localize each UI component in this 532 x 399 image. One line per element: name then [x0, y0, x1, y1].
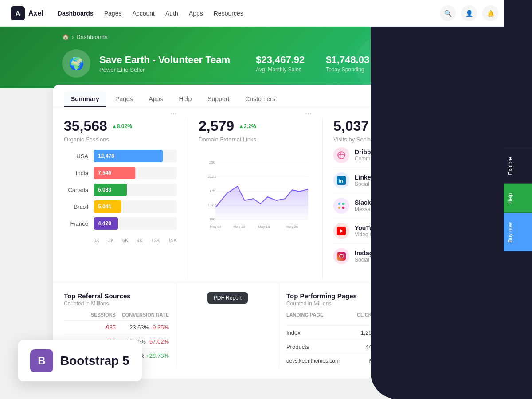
svg-text:in: in	[339, 178, 343, 184]
bar-axis: 0K 3K 6K 9K 12K 15K	[64, 234, 177, 243]
stat-organic-sessions: ··· 35,568 ▲8.02% Organic Sessions USA 1…	[64, 118, 188, 279]
top-navigation: A Axel Dashboards Pages Account Auth App…	[0, 0, 532, 27]
hero-stat-0: $23,467.92 Avg. Monthly Sales	[256, 54, 305, 73]
svg-text:212.5: 212.5	[208, 175, 217, 179]
svg-point-25	[343, 254, 344, 255]
bootstrap-label: Bootstrap 5	[60, 354, 129, 368]
nav-apps[interactable]: Apps	[189, 8, 203, 19]
more-btn-sessions[interactable]: ···	[170, 109, 177, 118]
table-row: -935 23.63% -9.35%	[64, 321, 169, 335]
tab-customers[interactable]: Customers	[238, 92, 282, 107]
monthly-sales-label: Avg. Monthly Sales	[256, 66, 305, 73]
tab-apps[interactable]: Apps	[142, 92, 170, 107]
tab-pages[interactable]: Pages	[108, 92, 140, 107]
bootstrap-icon: B	[30, 349, 53, 372]
nav-auth[interactable]: Auth	[165, 8, 178, 19]
settings-icon[interactable]: 🔔	[482, 5, 498, 21]
explore-btn[interactable]: Explore	[504, 148, 532, 184]
svg-text:May 04: May 04	[210, 225, 222, 229]
pages-subtitle: Counted in Millions	[286, 301, 357, 307]
hero-info: Save Earth - Volunteer Team Power Elite …	[99, 54, 230, 73]
instagram-icon	[333, 248, 349, 264]
hero-subtitle: Power Elite Seller	[99, 66, 230, 73]
referral-subtitle: Counted in Millions	[64, 301, 131, 307]
domain-links-number: 2,579	[199, 118, 234, 134]
logo-area[interactable]: A Axel	[11, 6, 43, 20]
social-networks-number: 5,037	[333, 118, 369, 134]
bar-row-canada: Canada 6,083	[64, 184, 177, 196]
svg-text:250: 250	[209, 160, 215, 164]
svg-text:May 18: May 18	[258, 225, 270, 229]
home-icon[interactable]: 🏠	[62, 34, 69, 40]
youtube-icon	[333, 223, 349, 239]
slack-icon	[333, 198, 349, 214]
bar-chart: USA 12,478 India 7,546 Canada 6,083	[64, 143, 177, 243]
logo-text: Axel	[28, 9, 43, 17]
organic-sessions-number: 35,568	[64, 118, 107, 134]
tab-summary[interactable]: Summary	[64, 92, 106, 107]
nav-account[interactable]: Account	[132, 8, 155, 19]
bootstrap-overlay: B Bootstrap 5	[18, 340, 142, 379]
svg-rect-23	[337, 252, 346, 261]
bar-row-india: India 7,546	[64, 167, 177, 179]
dribbble-icon	[333, 147, 349, 163]
more-btn-links[interactable]: ···	[305, 109, 312, 118]
bar-row-usa: USA 12,478	[64, 150, 177, 162]
linkedin-icon: in	[333, 172, 349, 188]
svg-text:May 26: May 26	[286, 225, 298, 229]
stat-domain-links: ··· 2,579 ▲2.2% Domain External Links 25…	[199, 118, 323, 279]
nav-links: Dashboards Pages Account Auth Apps Resou…	[58, 8, 440, 19]
domain-links-label: Domain External Links	[199, 136, 312, 143]
tab-support[interactable]: Support	[200, 92, 236, 107]
nav-resources[interactable]: Resources	[214, 8, 243, 19]
svg-rect-17	[338, 203, 340, 205]
pdf-report-button[interactable]: PDF Report	[207, 292, 248, 304]
domain-links-badge: ▲2.2%	[239, 123, 256, 129]
notifications-icon[interactable]: 👤	[461, 5, 477, 21]
organic-sessions-label: Organic Sessions	[64, 136, 177, 143]
svg-text:100: 100	[209, 217, 215, 221]
help-btn[interactable]: Help	[504, 184, 532, 213]
pdf-center-card: PDF Report	[184, 283, 279, 368]
nav-pages[interactable]: Pages	[104, 8, 122, 19]
organic-sessions-badge: ▲8.02%	[112, 123, 132, 129]
referral-title: Top Referral Sources	[64, 292, 131, 300]
svg-point-14	[338, 152, 345, 159]
svg-rect-20	[342, 207, 344, 209]
bar-row-brasil: Brasil 5,041	[64, 200, 177, 213]
pages-title: Top Performing Pages	[286, 292, 357, 300]
team-logo: 🌍	[62, 49, 90, 78]
svg-text:137.5: 137.5	[208, 203, 217, 207]
line-chart: 250 212.5 175 137.5 100	[199, 143, 312, 253]
monthly-sales-value: $23,467.92	[256, 54, 305, 66]
buy-now-btn[interactable]: Buy now	[504, 213, 532, 251]
logo-icon: A	[11, 6, 25, 20]
bar-row-france: France 4,420	[64, 217, 177, 230]
search-icon[interactable]: 🔍	[440, 5, 456, 21]
svg-rect-18	[342, 203, 344, 205]
dark-overlay	[371, 0, 504, 379]
svg-text:May 10: May 10	[234, 225, 246, 229]
hero-title: Save Earth - Volunteer Team	[99, 54, 230, 66]
svg-rect-19	[338, 207, 340, 209]
nav-dashboards[interactable]: Dashboards	[58, 8, 94, 19]
right-panel: Explore Help Buy now	[504, 0, 532, 379]
svg-text:175: 175	[209, 189, 215, 193]
tab-help[interactable]: Help	[172, 92, 199, 107]
